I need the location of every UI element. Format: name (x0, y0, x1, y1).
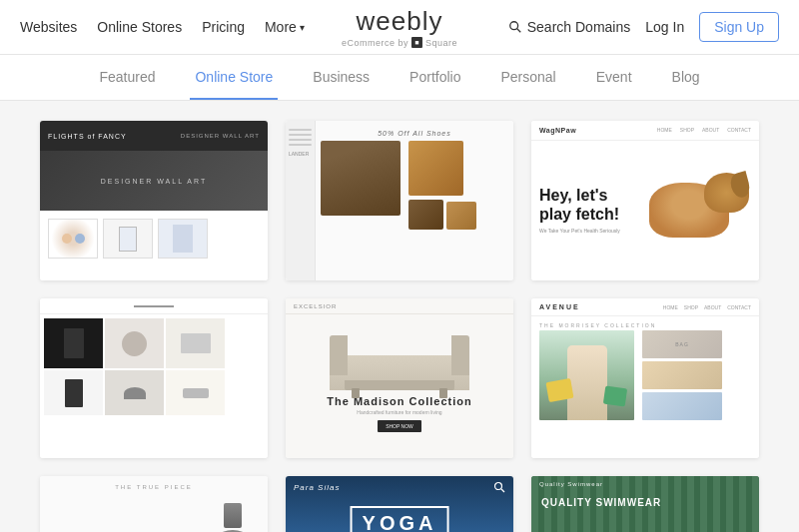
svg-point-2 (495, 483, 502, 490)
search-icon (508, 20, 522, 34)
nav-online-stores[interactable]: Online Stores (97, 19, 182, 35)
template-card[interactable]: FLIGHTS of FANCYDESIGNER WALL ART DESIGN… (40, 121, 268, 280)
svg-line-1 (517, 29, 521, 33)
login-button[interactable]: Log In (645, 19, 684, 35)
tab-event[interactable]: Event (591, 55, 637, 100)
template-card[interactable]: WagNPaw HOMESHOPABOUTCONTACT Hey, let's … (531, 121, 759, 280)
brand-name: weebly (342, 6, 457, 37)
tab-portfolio[interactable]: Portfolio (404, 55, 465, 100)
template-card[interactable]: LANDER 50% Off All Shoes (286, 121, 513, 280)
logo-tagline: eCommerce by ■ Square (342, 37, 457, 48)
template-grid: FLIGHTS of FANCYDESIGNER WALL ART DESIGN… (0, 101, 799, 532)
search-domains-button[interactable]: Search Domains (508, 19, 631, 35)
header-right: Search Domains Log In Sign Up (508, 12, 779, 42)
square-icon: ■ (411, 37, 422, 48)
search-icon (493, 481, 505, 493)
nav-pricing[interactable]: Pricing (202, 19, 245, 35)
template-card[interactable]: Quality Swimwear QUALITY SWIMWEAR (531, 476, 759, 532)
nav-websites[interactable]: Websites (20, 19, 77, 35)
template-card[interactable]: EXCELSIOR The Madison Collection Handcra… (286, 298, 513, 458)
template-card[interactable]: Para Silas YOGA (286, 476, 513, 532)
tab-personal[interactable]: Personal (495, 55, 560, 100)
tab-blog[interactable]: Blog (667, 55, 705, 100)
template-card[interactable]: AVENUE HOMESHOPABOUTCONTACT THE MORRISEY… (531, 298, 759, 458)
tab-business[interactable]: Business (308, 55, 375, 100)
main-nav: Websites Online Stores Pricing More ▾ (20, 19, 305, 35)
tab-online-store[interactable]: Online Store (190, 55, 278, 100)
chevron-down-icon: ▾ (300, 22, 305, 33)
header: Websites Online Stores Pricing More ▾ we… (0, 0, 799, 55)
logo[interactable]: weebly eCommerce by ■ Square (342, 6, 457, 48)
category-tabs: Featured Online Store Business Portfolio… (0, 55, 799, 101)
tab-featured[interactable]: Featured (94, 55, 160, 100)
template-card[interactable]: THE TRUE PIECE WHAT DO YOU WANT? EXPLORE (40, 476, 268, 532)
signup-button[interactable]: Sign Up (699, 12, 779, 42)
svg-point-0 (510, 22, 518, 30)
nav-more[interactable]: More ▾ (265, 19, 305, 35)
template-card[interactable] (40, 298, 268, 458)
svg-line-3 (501, 489, 504, 492)
